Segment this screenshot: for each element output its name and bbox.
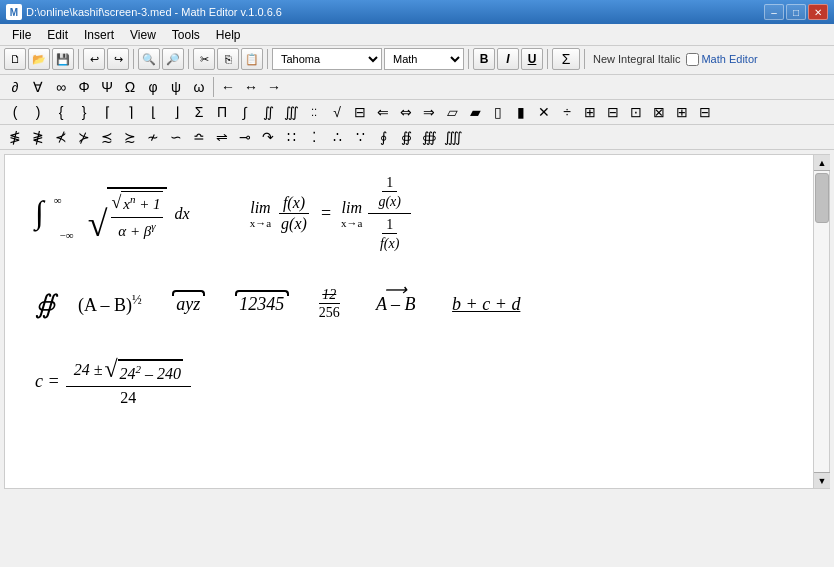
open-button[interactable]: 📂 — [28, 48, 50, 70]
sym-brace-left[interactable]: { — [50, 101, 72, 123]
quad-sqrt: √ 242 – 240 — [104, 356, 183, 383]
sym-grid6[interactable]: ⊞ — [671, 101, 693, 123]
sym-sigma[interactable]: Σ — [188, 101, 210, 123]
sym-right-arrow[interactable]: → — [263, 76, 285, 98]
rhs-numer: 1 g(x) — [368, 175, 411, 214]
sym-div[interactable]: ÷ — [556, 101, 578, 123]
sym-dots[interactable]: ⁚⁚ — [303, 101, 325, 123]
sym-double-arrow-right[interactable]: ⇒ — [418, 101, 440, 123]
ab-expr: (A – B)½ — [78, 292, 142, 316]
sym-bumpeq[interactable]: ≏ — [188, 126, 210, 148]
zoom-in-button[interactable]: 🔎 — [162, 48, 184, 70]
sym-volint[interactable]: ∰ — [418, 126, 440, 148]
menu-help[interactable]: Help — [208, 26, 249, 44]
zoom-out-button[interactable]: 🔍 — [138, 48, 160, 70]
sym-bracket-floor-r[interactable]: ⌋ — [165, 101, 187, 123]
close-button[interactable]: ✕ — [808, 4, 828, 20]
sym-brace-right[interactable]: } — [73, 101, 95, 123]
sym-sqrt[interactable]: √ — [326, 101, 348, 123]
new-integral-checkbox[interactable] — [686, 53, 699, 66]
sym-grid5[interactable]: ⊠ — [648, 101, 670, 123]
menu-file[interactable]: File — [4, 26, 39, 44]
sym-grid[interactable]: ⊟ — [349, 101, 371, 123]
sym-rightleftharpoons[interactable]: ⇌ — [211, 126, 233, 148]
sym-precsim[interactable]: ≾ — [96, 126, 118, 148]
sym-because[interactable]: ∵ — [349, 126, 371, 148]
sym-bracket-ceil-l[interactable]: ⌈ — [96, 101, 118, 123]
new-button[interactable]: 🗋 — [4, 48, 26, 70]
scroll-thumb[interactable] — [815, 173, 829, 223]
sym-rect3[interactable]: ▯ — [487, 101, 509, 123]
sym-rect4[interactable]: ▮ — [510, 101, 532, 123]
sym-phi-lower[interactable]: φ — [142, 76, 164, 98]
sym-left-arrow[interactable]: ← — [217, 76, 239, 98]
sym-ngtr[interactable]: ≹ — [27, 126, 49, 148]
redo-button[interactable]: ↪ — [107, 48, 129, 70]
sym-psi-lower[interactable]: ψ — [165, 76, 187, 98]
sym-therefore[interactable]: ∴ — [326, 126, 348, 148]
underline-button[interactable]: U — [521, 48, 543, 70]
sym-quadint[interactable]: ⨌ — [441, 126, 466, 148]
sym-grid4[interactable]: ⊡ — [625, 101, 647, 123]
menu-edit[interactable]: Edit — [39, 26, 76, 44]
sym-partial[interactable]: ∂ — [4, 76, 26, 98]
math-canvas[interactable]: ∫ ∞ −∞ √ √ xn + 1 — [5, 155, 813, 488]
sym-bracket-floor-l[interactable]: ⌊ — [142, 101, 164, 123]
lim-left: lim x→a — [250, 199, 271, 229]
copy-button[interactable]: ⎘ — [217, 48, 239, 70]
inner-sqrt-content: xn + 1 — [121, 191, 162, 213]
sym-contint[interactable]: ∮ — [372, 126, 394, 148]
paste-button[interactable]: 📋 — [241, 48, 263, 70]
scroll-down-button[interactable]: ▼ — [814, 472, 830, 488]
sym-looparrowright[interactable]: ↷ — [257, 126, 279, 148]
sym-psi-upper[interactable]: Ψ — [96, 76, 118, 98]
sym-surfint[interactable]: ∯ — [395, 126, 417, 148]
scroll-up-button[interactable]: ▲ — [814, 155, 830, 171]
bold-button[interactable]: B — [473, 48, 495, 70]
sym-times[interactable]: ✕ — [533, 101, 555, 123]
sym-backsim[interactable]: ∽ — [165, 126, 187, 148]
menu-insert[interactable]: Insert — [76, 26, 122, 44]
sym-succsim[interactable]: ≿ — [119, 126, 141, 148]
sym-bracket-ceil-r[interactable]: ⌉ — [119, 101, 141, 123]
math-editor-link[interactable]: Math Editor — [701, 53, 757, 65]
sym-nprec[interactable]: ⊀ — [50, 126, 72, 148]
sym-double-arrow[interactable]: ↔ — [240, 76, 262, 98]
sym-integral[interactable]: ∫ — [234, 101, 256, 123]
menu-tools[interactable]: Tools — [164, 26, 208, 44]
sym-phi-upper[interactable]: Φ — [73, 76, 95, 98]
sym-rect1[interactable]: ▱ — [441, 101, 463, 123]
sym-multimap[interactable]: ⊸ — [234, 126, 256, 148]
sym-grid3[interactable]: ⊟ — [602, 101, 624, 123]
sym-paren-left[interactable]: ( — [4, 101, 26, 123]
font-style-select[interactable]: Math — [384, 48, 464, 70]
font-name-select[interactable]: Tahoma — [272, 48, 382, 70]
sym-omega-lower[interactable]: ω — [188, 76, 210, 98]
sym-double-integral[interactable]: ∬ — [257, 101, 279, 123]
sym-triple-integral[interactable]: ∭ — [280, 101, 302, 123]
sym-pi[interactable]: Π — [211, 101, 233, 123]
sym-nless[interactable]: ≸ — [4, 126, 26, 148]
menu-view[interactable]: View — [122, 26, 164, 44]
sym-rect2[interactable]: ▰ — [464, 101, 486, 123]
sym-nsucc[interactable]: ⊁ — [73, 126, 95, 148]
sym-nsim[interactable]: ≁ — [142, 126, 164, 148]
maximize-button[interactable]: □ — [786, 4, 806, 20]
sym-grid7[interactable]: ⊟ — [694, 101, 716, 123]
cut-button[interactable]: ✂ — [193, 48, 215, 70]
minimize-button[interactable]: – — [764, 4, 784, 20]
undo-button[interactable]: ↩ — [83, 48, 105, 70]
sym-proportion[interactable]: ∷ — [280, 126, 302, 148]
sym-forall[interactable]: ∀ — [27, 76, 49, 98]
italic-button[interactable]: I — [497, 48, 519, 70]
sym-infinity[interactable]: ∞ — [50, 76, 72, 98]
sym-colon2[interactable]: ⁚ — [303, 126, 325, 148]
sigma-button[interactable]: Σ — [552, 48, 580, 70]
save-button[interactable]: 💾 — [52, 48, 74, 70]
sym-omega-upper[interactable]: Ω — [119, 76, 141, 98]
sym-double-arrow-both[interactable]: ⇔ — [395, 101, 417, 123]
sym-double-arrow-left[interactable]: ⇐ — [372, 101, 394, 123]
sym-paren-right[interactable]: ) — [27, 101, 49, 123]
gamma-exp: γ — [151, 220, 155, 232]
sym-grid2[interactable]: ⊞ — [579, 101, 601, 123]
